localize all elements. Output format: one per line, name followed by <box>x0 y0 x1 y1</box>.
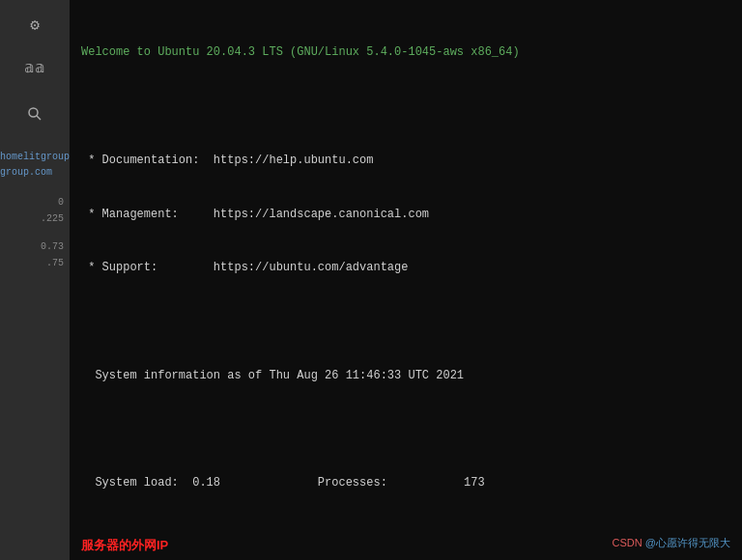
number-2: .225 <box>41 211 64 226</box>
svg-point-0 <box>29 108 38 117</box>
sidebar-label-2: group.com <box>0 166 52 180</box>
settings-icon[interactable]: ⚙ <box>15 8 54 42</box>
terminal-area: Welcome to Ubuntu 20.04.3 LTS (GNU/Linux… <box>70 0 742 560</box>
watermark-handle: @心愿许得无限大 <box>645 537 730 548</box>
sidebar: ⚙ 𝕒𝕒 homelitgroup group.com 0 .225 0.73 … <box>0 0 70 560</box>
terminal-line <box>81 313 730 331</box>
terminal-line <box>81 421 730 439</box>
number-3: 0.73 <box>41 239 64 254</box>
sidebar-labels: homelitgroup group.com <box>0 151 75 180</box>
terminal-line: Welcome to Ubuntu 20.04.3 LTS (GNU/Linux… <box>81 43 730 62</box>
terminal-line: System load: 0.18 Processes: 173 <box>81 474 730 492</box>
annotation-text: 服务器的外网IP <box>81 537 168 554</box>
sidebar-numbers: 0 .225 0.73 .75 <box>0 195 70 270</box>
sidebar-label-1: homelitgroup <box>0 151 70 164</box>
search-icon[interactable] <box>15 97 54 131</box>
terminal-line: * Management: https://landscape.canonica… <box>81 206 730 224</box>
number-4: .75 <box>46 256 64 270</box>
terminal-line <box>81 98 730 116</box>
watermark: CSDN @心愿许得无限大 <box>613 536 730 550</box>
person-icon[interactable]: 𝕒𝕒 <box>15 50 54 85</box>
watermark-csdn: CSDN <box>613 537 645 548</box>
terminal-line: * Support: https://ubuntu.com/advantage <box>81 259 730 277</box>
svg-line-1 <box>37 116 41 120</box>
terminal-line: * Documentation: https://help.ubuntu.com <box>81 152 730 170</box>
terminal-line: System information as of Thu Aug 26 11:4… <box>81 367 730 385</box>
number-1: 0 <box>58 195 64 210</box>
terminal-output: Welcome to Ubuntu 20.04.3 LTS (GNU/Linux… <box>70 0 742 531</box>
